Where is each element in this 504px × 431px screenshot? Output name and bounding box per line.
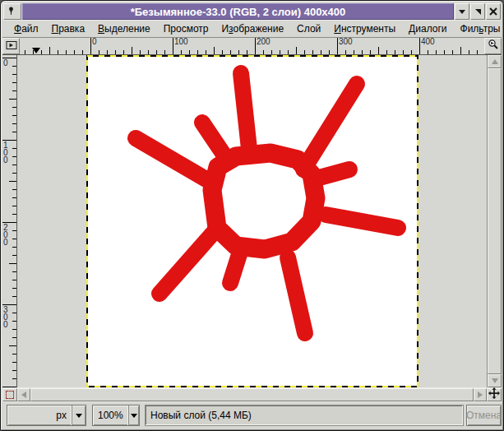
statusbar: px 100% Новый слой (5,44 МБ) Отмена	[2, 401, 502, 429]
zoom-follow-icon	[488, 39, 499, 53]
menu-item-7[interactable]: Диалоги	[402, 21, 453, 36]
unit-combo[interactable]: px	[7, 405, 86, 426]
window-menu-button[interactable]	[455, 3, 469, 20]
scroll-left-button[interactable]	[17, 388, 30, 401]
vertical-scrollbar[interactable]	[487, 55, 502, 387]
horizontal-scrollbar[interactable]	[17, 388, 487, 401]
menu-item-6[interactable]: Инструменты	[327, 21, 402, 36]
canvas-padding-area	[17, 55, 487, 387]
close-icon	[489, 7, 497, 16]
arrow-right-icon	[478, 392, 483, 398]
scroll-right-button[interactable]	[474, 388, 487, 401]
horizontal-scrollbar-thumb[interactable]	[30, 388, 474, 401]
window-controls	[455, 3, 501, 20]
navigation-button[interactable]	[487, 388, 502, 401]
vertical-scrollbar-thumb[interactable]	[488, 68, 502, 374]
zoom-value: 100%	[93, 406, 128, 425]
menubar: ФайлПравкаВыделениеПросмотрИзображениеСл…	[2, 20, 502, 38]
zoom-combo-arrow[interactable]	[128, 406, 139, 425]
zoom-follow-button[interactable]	[484, 38, 502, 54]
canvas-region: 0100200300	[2, 55, 502, 387]
horizontal-ruler[interactable]: 0100200300400	[20, 38, 484, 54]
image-canvas[interactable]	[86, 55, 418, 387]
window-menu-icon	[458, 7, 466, 16]
v-ruler-label-300: 300	[3, 306, 11, 328]
titlebar[interactable]: *Безымянное-33.0 (RGB, 2 слои) 400x400	[22, 3, 454, 20]
h-ruler-label-400: 400	[421, 38, 435, 46]
arrow-left-icon	[21, 392, 26, 398]
canvas-menu-icon	[6, 39, 17, 53]
status-message: Новый слой (5,44 МБ)	[145, 405, 464, 426]
pin-icon	[7, 4, 17, 19]
v-ruler-label-0: 0	[3, 59, 11, 67]
h-ruler-label-100: 100	[174, 38, 188, 46]
unit-combo-arrow[interactable]	[72, 406, 86, 425]
shade-icon	[474, 7, 482, 16]
v-ruler-label-200: 200	[3, 224, 11, 246]
navigation-icon	[488, 387, 500, 402]
scroll-up-button[interactable]	[488, 55, 502, 68]
menu-item-2[interactable]: Выделение	[91, 21, 157, 36]
menu-item-8[interactable]: Фильтры	[454, 21, 504, 36]
gimp-image-window: *Безымянное-33.0 (RGB, 2 слои) 400x400	[0, 0, 504, 431]
ruler-row: 0100200300400	[2, 38, 502, 55]
h-ruler-label-0: 0	[92, 38, 97, 46]
vertical-ruler[interactable]: 0100200300	[2, 55, 17, 387]
menu-item-5[interactable]: Слой	[290, 21, 327, 36]
bottom-row	[2, 387, 502, 401]
canvas-menu-button[interactable]	[2, 38, 20, 54]
chevron-down-icon	[76, 414, 82, 418]
shade-button[interactable]	[470, 3, 485, 20]
unit-value: px	[51, 406, 72, 425]
v-ruler-label-100: 100	[3, 141, 11, 164]
window-title: *Безымянное-33.0 (RGB, 2 слои) 400x400	[131, 6, 346, 18]
titlebar-row: *Безымянное-33.0 (RGB, 2 слои) 400x400	[3, 3, 501, 20]
h-ruler-label-200: 200	[257, 38, 270, 46]
zoom-combo[interactable]: 100%	[92, 405, 140, 426]
quickmask-icon	[6, 391, 14, 399]
menu-item-0[interactable]: Файл	[7, 21, 45, 36]
arrow-down-icon	[492, 378, 498, 383]
quickmask-button[interactable]	[2, 388, 17, 401]
h-ruler-label-300: 300	[339, 38, 353, 46]
chevron-down-icon	[131, 414, 137, 418]
arrow-up-icon	[492, 59, 498, 64]
pointer-marker-horizontal	[32, 48, 40, 53]
menu-item-1[interactable]: Правка	[45, 21, 92, 36]
cancel-button[interactable]: Отмена	[466, 405, 502, 426]
scroll-down-button[interactable]	[488, 374, 502, 387]
close-button[interactable]	[486, 3, 501, 20]
menu-item-3[interactable]: Просмотр	[157, 21, 215, 36]
pin-button[interactable]	[3, 3, 21, 20]
menu-item-4[interactable]: Изображение	[215, 21, 290, 36]
